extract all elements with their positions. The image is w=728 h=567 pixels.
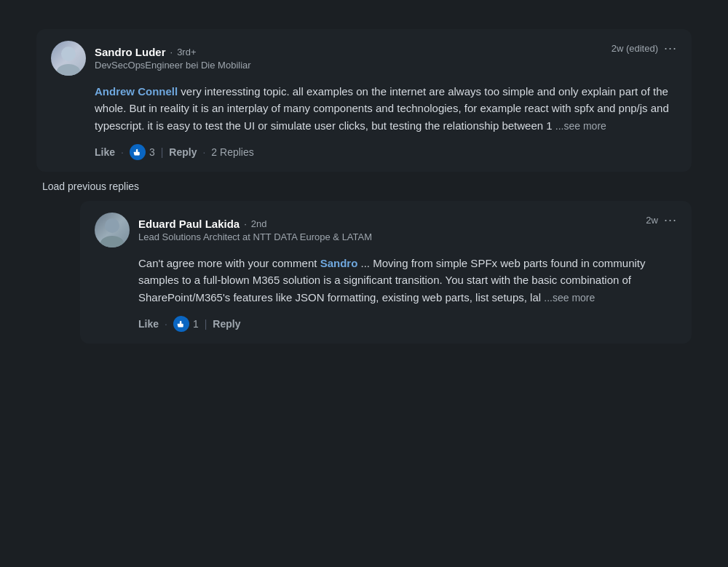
comment-body-text-2a: Can't agree more with your comment	[138, 257, 320, 269]
like-count-group-1: 3	[130, 144, 155, 160]
comment-timestamp-2: 2w	[646, 215, 658, 226]
separator-1: ·	[121, 146, 124, 158]
separator-4: ·	[165, 318, 167, 330]
svg-point-0	[61, 47, 76, 61]
avatar-sandro	[51, 41, 86, 76]
user-name-sandro[interactable]: Sandro Luder	[95, 46, 166, 58]
user-title-eduard: Lead Solutions Architect at NTT DATA Eur…	[138, 231, 372, 242]
load-previous-replies[interactable]: Load previous replies	[36, 181, 692, 192]
comment-header-left-2: Eduard Paul Lakida · 2nd Lead Solutions …	[95, 213, 372, 247]
user-degree-sandro: ·	[170, 47, 173, 58]
user-info-sandro: Sandro Luder · 3rd+ DevSecOpsEngineer be…	[95, 46, 251, 71]
like-icon-1	[130, 144, 146, 160]
user-degree-label-eduard: 2nd	[251, 218, 267, 229]
comment-text-1: Andrew Connell very interessting topic. …	[51, 83, 677, 134]
svg-point-1	[57, 64, 80, 76]
mention-andrew-connell[interactable]: Andrew Connell	[95, 85, 178, 98]
like-button-2[interactable]: Like	[138, 317, 159, 331]
like-count-2: 1	[193, 318, 199, 330]
replies-count-1[interactable]: 2 Replies	[211, 146, 253, 158]
see-more-button-2[interactable]: ...see more	[544, 292, 595, 304]
user-degree-label-sandro: 3rd+	[177, 47, 196, 58]
comment-header-1: Sandro Luder · 3rd+ DevSecOpsEngineer be…	[51, 41, 677, 76]
comment-header-left-1: Sandro Luder · 3rd+ DevSecOpsEngineer be…	[51, 41, 251, 76]
user-degree-separator-eduard: ·	[244, 218, 247, 229]
comment-text-2: Can't agree more with your comment Sandr…	[95, 255, 677, 306]
user-title-sandro: DevSecOpsEngineer bei Die Mobiliar	[95, 60, 251, 71]
comment-block-2: Eduard Paul Lakida · 2nd Lead Solutions …	[80, 201, 692, 344]
user-name-row-sandro: Sandro Luder · 3rd+	[95, 46, 251, 58]
svg-point-3	[100, 236, 124, 247]
see-more-button-1[interactable]: ...see more	[555, 120, 606, 132]
like-count-group-2: 1	[173, 316, 199, 332]
comment-actions-1: Like · 3 | Reply · 2 Replies	[51, 144, 677, 160]
reply-button-2[interactable]: Reply	[213, 317, 240, 331]
comment-timestamp-1: 2w (edited)	[612, 43, 658, 54]
svg-point-2	[105, 218, 119, 233]
separator-2: |	[161, 146, 164, 158]
comment-block-1: Sandro Luder · 3rd+ DevSecOpsEngineer be…	[36, 29, 692, 172]
reply-button-1[interactable]: Reply	[169, 145, 197, 159]
avatar-eduard	[95, 213, 130, 247]
separator-5: |	[205, 318, 207, 330]
user-info-eduard: Eduard Paul Lakida · 2nd Lead Solutions …	[138, 218, 372, 242]
more-options-button-1[interactable]: ···	[664, 41, 677, 56]
user-name-row-eduard: Eduard Paul Lakida · 2nd	[138, 218, 372, 230]
more-options-button-2[interactable]: ···	[664, 213, 677, 228]
comment-meta-right-2: 2w ···	[646, 213, 677, 228]
mention-sandro[interactable]: Sandro	[320, 257, 358, 269]
comment-actions-2: Like · 1 | Reply	[95, 316, 677, 332]
comment-meta-right-1: 2w (edited) ···	[612, 41, 677, 56]
like-button-1[interactable]: Like	[95, 145, 115, 159]
separator-3: ·	[202, 146, 205, 158]
like-count-1: 3	[149, 146, 155, 158]
like-icon-2	[173, 316, 189, 332]
comment-header-2: Eduard Paul Lakida · 2nd Lead Solutions …	[95, 213, 677, 247]
comments-section: Sandro Luder · 3rd+ DevSecOpsEngineer be…	[36, 15, 692, 361]
nested-comment-block: Eduard Paul Lakida · 2nd Lead Solutions …	[80, 201, 692, 344]
user-name-eduard[interactable]: Eduard Paul Lakida	[138, 218, 240, 230]
